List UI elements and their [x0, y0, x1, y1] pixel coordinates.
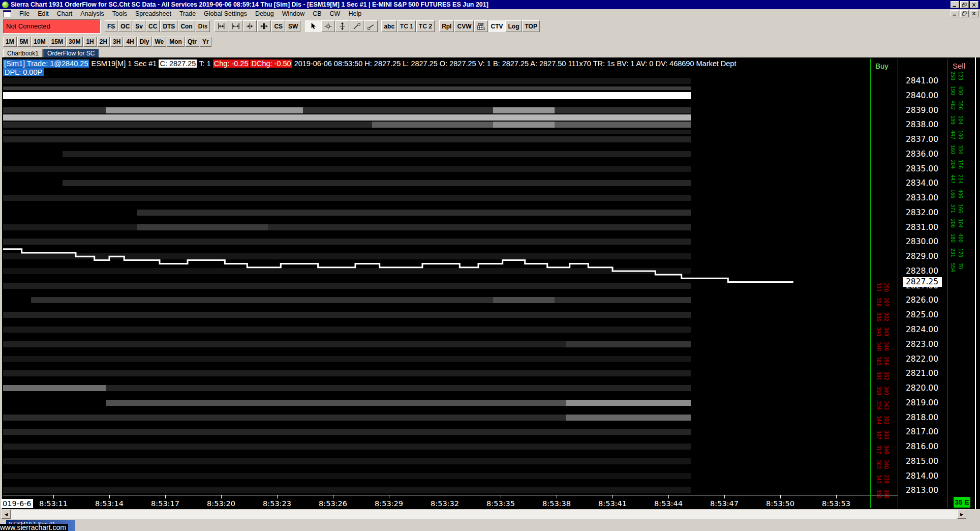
toolbar-button-abc[interactable]: abc [381, 20, 397, 32]
toolbar-button-cc[interactable]: CC [146, 20, 160, 32]
time-axis-label: 8:53:50 [766, 499, 794, 508]
toolbar-button-tc-2[interactable]: TC 2 [416, 20, 435, 32]
timeframe-button-mon[interactable]: Mon [167, 37, 185, 47]
chart-window-icon [3, 10, 11, 17]
toolbar-button-log[interactable]: Log [505, 20, 522, 32]
menu-item-global-settings[interactable]: Global Settings [200, 10, 251, 18]
price-scale-label: 2832.00 [906, 208, 938, 217]
price-scale-label: 2823.00 [906, 340, 938, 349]
menu-item-edit[interactable]: Edit [34, 10, 53, 18]
toolbar-button-cs[interactable]: CS [271, 20, 285, 32]
toolbar-button-ctv[interactable]: CTV [488, 20, 505, 32]
tab-orderflow-for-sc[interactable]: OrderFlow for SC [43, 49, 99, 57]
toolbar-button-rpl[interactable]: Rpl [439, 20, 454, 32]
svg-text:TVW: TVW [478, 22, 484, 25]
chart-info-line: [Sim1] Trade: 1@2840.25ESM19[M] 1 Sec #1… [3, 60, 868, 68]
bar-spacing-narrow-more-icon[interactable] [257, 20, 271, 32]
timeframe-button-dly[interactable]: Dly [137, 37, 152, 47]
trade-dom-grid-icon[interactable]: TVW [474, 20, 488, 32]
toolbar-button-sv[interactable]: Sv [133, 20, 145, 32]
price-scale-label: 2828.00 [906, 267, 938, 276]
close-icon[interactable] [970, 1, 978, 8]
menu-item-help[interactable]: Help [344, 10, 365, 18]
price-scale-label: 2837.00 [906, 135, 938, 144]
sell-depth-value: 190 [948, 86, 956, 101]
toolbar-button-dts[interactable]: DTS [160, 20, 177, 32]
sell-depth-value: 447 [948, 174, 956, 189]
minimize-icon[interactable] [951, 1, 959, 8]
chart-region[interactable]: [Sim1] Trade: 1@2840.25ESM19[M] 1 Sec #1… [0, 57, 980, 509]
timeframe-button-qtr[interactable]: Qtr [185, 37, 199, 47]
time-axis-tick [445, 495, 445, 498]
price-scale-label: 2834.00 [906, 179, 938, 188]
timeframe-button-we[interactable]: We [152, 37, 166, 47]
menu-item-spreadsheet[interactable]: Spreadsheet [131, 10, 175, 18]
time-axis-tick [501, 495, 501, 498]
toolbar-button-oc[interactable]: OC [118, 20, 132, 32]
toolbar-button-fs[interactable]: FS [105, 20, 117, 32]
time-axis-tick [389, 495, 389, 498]
buy-depth-value: 343 [874, 475, 882, 489]
buy-depth-value: 346 [882, 342, 890, 357]
buy-depth-value: 334 [874, 401, 882, 416]
toolbar-button-sw[interactable]: SW [286, 20, 300, 32]
menu-item-file[interactable]: File [15, 10, 34, 18]
crosshair-tool-icon[interactable] [321, 20, 335, 32]
tab-chartbook1[interactable]: Chartbook1 [3, 49, 43, 57]
time-axis-tick [109, 495, 110, 498]
timeframe-button-5m[interactable]: 5M [17, 37, 31, 47]
time-axis-tick [668, 495, 669, 498]
timeframe-button-4h[interactable]: 4H [124, 37, 136, 47]
menu-item-window[interactable]: Window [278, 10, 309, 18]
bar-spacing-widen-icon[interactable] [215, 20, 228, 32]
toolbar-button-dis[interactable]: Dis [196, 20, 210, 32]
restore-icon[interactable] [960, 1, 969, 8]
ray-tool-icon[interactable] [364, 20, 378, 32]
timeframe-button-3h[interactable]: 3H [110, 37, 123, 47]
sell-depth-value: 170 [956, 248, 964, 263]
menu-item-chart[interactable]: Chart [53, 10, 77, 18]
window-title: Sierra Chart 1931 OrderFlow for SC.Cht S… [11, 1, 951, 8]
price-measure-tool-icon[interactable] [335, 20, 349, 32]
restore-icon[interactable] [960, 10, 969, 17]
price-scale-label: 2813.00 [906, 486, 938, 495]
timeframe-button-2h[interactable]: 2H [97, 37, 110, 47]
timeframe-button-yr[interactable]: Yr [200, 37, 211, 47]
toolbar-button-top[interactable]: TOP [522, 20, 539, 32]
timeframe-buttons: 1M5M10M15M30M1H2H3H4HDlyWeMonQtrYr [3, 37, 212, 47]
buy-depth-column: 1111563363403483613913583343443073173633… [874, 283, 895, 505]
menu-item-cb[interactable]: CB [309, 10, 325, 18]
scrollbar-track[interactable] [11, 510, 957, 519]
toolbar-button-tc-1[interactable]: TC 1 [397, 20, 416, 32]
bottom-strip: 0 ESM19 1 Sec #1 www.sierrachart.com [0, 519, 980, 531]
scroll-left-button[interactable]: ◀ [2, 510, 11, 519]
timeframe-button-10m[interactable]: 10M [31, 37, 48, 47]
menu-item-debug[interactable]: Debug [251, 10, 278, 18]
bar-spacing-widen-more-icon[interactable] [229, 20, 242, 32]
chart-left-edge [0, 57, 2, 509]
timeframe-button-1m[interactable]: 1M [3, 37, 17, 47]
bar-spacing-narrow-icon[interactable] [243, 20, 257, 32]
toolbar-button-con[interactable]: Con [178, 20, 195, 32]
minimize-icon[interactable] [951, 10, 959, 17]
toolbar-button-cvw[interactable]: CVW [454, 20, 474, 32]
timeframe-button-1h[interactable]: 1H [83, 37, 96, 47]
price-scale-label: 2833.00 [906, 193, 938, 202]
timeframe-button-30m[interactable]: 30M [66, 37, 83, 47]
timeframe-button-15m[interactable]: 15M [49, 37, 66, 47]
scroll-right-button[interactable]: ▶ [957, 510, 966, 519]
sell-depth-value: 554 [948, 263, 956, 278]
buy-depth-value: 356 [882, 357, 890, 371]
menu-item-trade[interactable]: Trade [175, 10, 200, 18]
time-axis-label: 8:53:29 [375, 499, 403, 508]
trendline-tool-icon[interactable] [350, 20, 363, 32]
close-icon[interactable] [970, 10, 978, 17]
time-axis-tick [277, 495, 278, 498]
buy-depth-value: 307 [882, 298, 890, 312]
menu-item-tools[interactable]: Tools [108, 10, 131, 18]
menu-item-cw[interactable]: CW [326, 10, 345, 18]
buy-depth-value: 343 [882, 327, 890, 342]
buy-depth-value: 356 [874, 489, 882, 504]
menu-item-analysis[interactable]: Analysis [76, 10, 108, 18]
pointer-tool-icon[interactable] [305, 20, 321, 32]
